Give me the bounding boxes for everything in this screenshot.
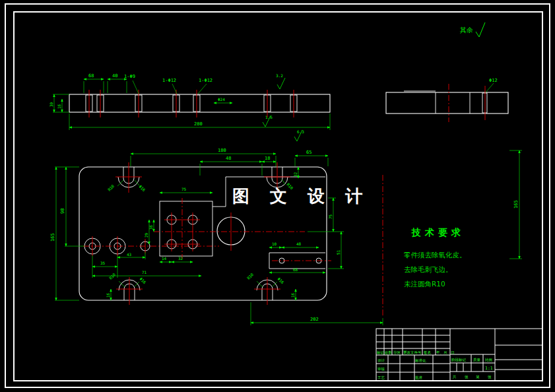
dim-label: 30 bbox=[49, 102, 53, 107]
dim-label: 1-Φ12 bbox=[199, 78, 212, 83]
dim-label: 40 bbox=[112, 73, 117, 79]
dim-label: 10 bbox=[272, 242, 277, 246]
dim-label: Φ16 bbox=[277, 277, 285, 285]
watermark-text: 图 文 设 计 bbox=[232, 186, 370, 206]
tb-sheet-word: 张 bbox=[488, 375, 492, 379]
section-view-top: 68 40 1-Φ9 1-Φ12 1-Φ12 Φ24 3.2 1.6 6.3 3… bbox=[49, 73, 330, 141]
dim-label: 48 bbox=[296, 242, 302, 246]
cad-drawing: 其余 68 40 bbox=[0, 0, 555, 392]
roughness-label: 6.3 bbox=[297, 129, 304, 134]
tech-requirement-item: 零件须去除氧化皮。 bbox=[404, 251, 467, 259]
dim-label: 165 bbox=[513, 200, 519, 209]
dim-label: 18 bbox=[265, 156, 270, 161]
roughness-label: 3.2 bbox=[276, 73, 283, 78]
dim-label: 98 bbox=[60, 209, 65, 214]
cad-canvas: 其余 68 40 bbox=[0, 0, 555, 392]
surface-finish-note: 其余 bbox=[460, 22, 485, 37]
square-pocket bbox=[160, 198, 212, 259]
dim-label: 68 bbox=[88, 73, 94, 79]
dim-label: 75 bbox=[181, 187, 187, 191]
dim-label: R10 bbox=[107, 183, 115, 192]
right-cutout: 10 48 68 bbox=[269, 242, 331, 273]
dim-label: 71 bbox=[142, 270, 147, 275]
dim-label: 48 bbox=[226, 156, 231, 161]
dim-label: 1-Φ12 bbox=[162, 78, 176, 83]
dim-label: 16 bbox=[57, 104, 61, 109]
dim-label: 29 bbox=[144, 232, 148, 238]
section-centerlines bbox=[89, 90, 294, 117]
dim-label: 65 bbox=[306, 150, 311, 155]
dim-label: 51 bbox=[336, 249, 341, 255]
roughness-check-icon bbox=[476, 22, 485, 37]
tb-sheet-word: 张 bbox=[465, 375, 469, 379]
section-view-side: Φ12 bbox=[386, 78, 508, 122]
dim-label: 43 bbox=[127, 252, 132, 257]
dim-label: 35 bbox=[100, 261, 106, 265]
tech-requirements-title: 技术要求 bbox=[411, 227, 465, 238]
section-hole bbox=[436, 93, 470, 113]
dim-label: R10 bbox=[246, 272, 255, 280]
tb-role-approve: 批准 bbox=[415, 376, 423, 380]
dim-label: 1-Φ9 bbox=[124, 74, 135, 79]
right-dimension: 165 bbox=[509, 150, 522, 259]
tb-rev-header: 年、月、日 bbox=[436, 350, 455, 355]
dim-label: Φ16 bbox=[139, 277, 147, 285]
dim-label: 32 bbox=[293, 172, 298, 177]
dim-label: 280 bbox=[194, 121, 203, 127]
tb-rev-header: 签名 bbox=[424, 350, 431, 355]
dim-label: 202 bbox=[310, 317, 319, 322]
tb-role-check: 审核 bbox=[377, 367, 385, 371]
tb-rev-header: 标记 bbox=[376, 350, 385, 355]
dim-label: 32 bbox=[178, 256, 183, 261]
tb-field-stage: 阶段标记 bbox=[451, 358, 467, 362]
large-hole bbox=[154, 212, 305, 251]
tb-rev-header: 分区 bbox=[393, 350, 401, 354]
dim-label: 68 bbox=[293, 267, 298, 272]
title-block: 标记 处数 分区 更改文件号 签名 年、月、日 设计 标准化 审核 工艺 批准 … bbox=[376, 329, 542, 381]
dim-label: 165 bbox=[50, 233, 55, 242]
roughness-check-icon bbox=[277, 78, 285, 89]
dim-label: Φ24 bbox=[218, 97, 225, 102]
surface-note-text: 其余 bbox=[460, 26, 473, 34]
tech-requirements: 技术要求 零件须去除氧化皮。 去除毛刺飞边。 未注圆角R10 bbox=[404, 227, 467, 288]
tech-requirement-item: 去除毛刺飞边。 bbox=[404, 265, 453, 273]
section-slots bbox=[86, 95, 297, 112]
tech-requirement-item: 未注圆角R10 bbox=[404, 280, 445, 288]
dim-label: 16 bbox=[106, 292, 110, 298]
tb-sheet-word: 共 bbox=[452, 375, 457, 379]
bottom-dimension: 202 bbox=[251, 302, 383, 325]
dim-label: Φ12 bbox=[489, 78, 498, 83]
tb-rev-header: 更改文件号 bbox=[403, 350, 422, 354]
roughness-label: 1.6 bbox=[265, 115, 273, 119]
tb-field-weight: 质量 bbox=[473, 358, 481, 362]
plan-dimensions-right: 75 51 bbox=[308, 198, 344, 269]
tb-role-standard: 标准化 bbox=[414, 358, 426, 363]
plan-dimensions-square: 75 36 29 14 32 bbox=[144, 187, 212, 262]
dim-label: 14 bbox=[162, 256, 167, 261]
dim-label: 180 bbox=[218, 148, 226, 153]
dim-label: 16 bbox=[290, 292, 295, 298]
plan-view: R10 Φ16 R10 R10 Φ16 1 bbox=[50, 148, 344, 305]
dim-label: 75 bbox=[328, 214, 333, 219]
plan-dimensions-top: 180 48 18 65 32 bbox=[131, 148, 328, 178]
tb-scale-value: 1:1 bbox=[485, 366, 493, 371]
tb-sheet-word: 第 bbox=[476, 375, 480, 379]
tb-role-design: 设计 bbox=[377, 358, 385, 362]
tb-rev-header: 处数 bbox=[385, 350, 393, 355]
tb-role-process: 工艺 bbox=[377, 376, 385, 379]
dim-label: Φ16 bbox=[138, 184, 147, 193]
tb-field-scale: 比例 bbox=[485, 358, 492, 362]
holes-left bbox=[83, 236, 219, 256]
